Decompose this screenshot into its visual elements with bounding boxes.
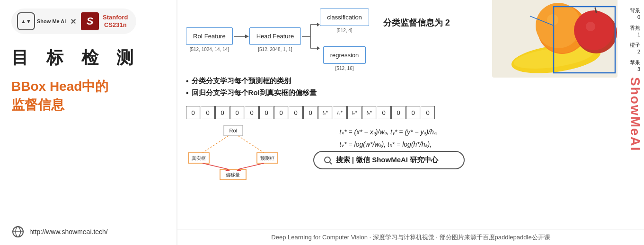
svg-text:预测框: 预测框 bbox=[260, 156, 274, 161]
enc-tx: tₓ* bbox=[318, 106, 332, 119]
svg-point-25 bbox=[325, 157, 330, 163]
main-title: 目 标 检 测 bbox=[11, 47, 165, 68]
enc-1-3: 0 bbox=[421, 106, 435, 119]
enc-0-6: 0 bbox=[274, 106, 288, 119]
arrow-icon bbox=[233, 32, 249, 41]
slide-content: RoI Feature [512, 1024, 14, 14] Head Fea… bbox=[177, 0, 644, 229]
enc-1-0: 0 bbox=[377, 106, 391, 119]
svg-text:真实框: 真实框 bbox=[192, 156, 206, 161]
svg-text:RoI: RoI bbox=[229, 128, 237, 133]
fruit-image-svg bbox=[492, 0, 618, 78]
bottom-footer: Deep Learning for Computer Vision · 深度学习… bbox=[177, 229, 644, 245]
logo-area: ▲▼ Show Me Al × S Stanford CS231n bbox=[11, 9, 136, 34]
enc-0-1: 0 bbox=[201, 106, 215, 119]
small-diagram-svg: RoI 真实框 预测框 偏移量 bbox=[186, 124, 281, 181]
subtitle: BBox Head中的 监督信息 bbox=[11, 77, 165, 114]
classification-box: classification bbox=[320, 9, 369, 26]
formula-line1: tₓ* = (x* − xₐ)/wₐ, tᵧ* = (y* − yₐ)/hₐ, bbox=[339, 128, 438, 136]
small-diagram: RoI 真实框 预测框 偏移量 bbox=[186, 124, 281, 181]
globe-icon bbox=[11, 225, 25, 238]
enc-0-2: 0 bbox=[215, 106, 229, 119]
showmeai-icon: ▲▼ bbox=[17, 12, 35, 30]
head-feature-block: Head Feature [512, 2048, 1, 1] bbox=[249, 27, 301, 52]
head-feature-dims: [512, 2048, 1, 1] bbox=[258, 47, 292, 52]
svg-point-35 bbox=[574, 10, 614, 50]
bottom-row: RoI 真实框 预测框 偏移量 bbox=[186, 122, 487, 181]
svg-line-21 bbox=[203, 163, 229, 169]
svg-line-20 bbox=[238, 136, 264, 153]
svg-line-22 bbox=[238, 163, 264, 169]
formula-line2: tᵥ* = log(w*/wₐ), tₕ* = log(h*/hₐ), bbox=[339, 140, 432, 148]
roi-feature-dims: [512, 1024, 14, 14] bbox=[190, 47, 229, 52]
enc-ty: tᵧ* bbox=[333, 106, 347, 119]
flow-row: RoI Feature [512, 1024, 14, 14] Head Fea… bbox=[186, 9, 369, 71]
classification-block: classification [512, 4] bbox=[320, 9, 369, 33]
left-panel: ▲▼ Show Me Al × S Stanford CS231n 目 标 检 … bbox=[0, 0, 177, 245]
stanford-label: Stanford CS231n bbox=[103, 14, 128, 28]
bullet-2: • 回归分支学习每个RoI到真实框的偏移量 bbox=[186, 88, 487, 97]
enc-tw: tᵥ* bbox=[347, 106, 362, 119]
enc-0-4: 0 bbox=[245, 106, 259, 119]
svg-line-37 bbox=[595, 8, 596, 12]
supervision-text: 分类监督信息为 2 bbox=[383, 17, 450, 28]
roi-feature-box: RoI Feature bbox=[186, 27, 233, 45]
svg-point-36 bbox=[586, 22, 595, 31]
footer-text: Deep Learning for Computer Vision · 深度学习… bbox=[271, 233, 550, 242]
website-row: http://www.showmeai.tech/ bbox=[11, 220, 165, 238]
head-feature-box: Head Feature bbox=[249, 27, 301, 45]
labels-column: 背景0 香蕉1 橙子2 苹果3 bbox=[630, 7, 640, 72]
svg-line-26 bbox=[330, 162, 332, 164]
roi-feature-block: RoI Feature [512, 1024, 14, 14] bbox=[186, 27, 233, 52]
enc-0-7: 0 bbox=[289, 106, 303, 119]
formula-search-area: tₓ* = (x* − xₐ)/wₐ, tᵧ* = (y* − yₐ)/hₐ, … bbox=[290, 122, 487, 169]
multiply-icon: × bbox=[71, 16, 76, 27]
fruit-area bbox=[492, 0, 618, 79]
bullets-area: • 分类分支学习每个预测框的类别 • 回归分支学习每个RoI到真实框的偏移量 bbox=[186, 77, 487, 100]
bullet-dot-1: • bbox=[186, 77, 189, 86]
search-text: 搜索 | 微信 ShowMeAI 研究中心 bbox=[336, 156, 439, 165]
branch-lines-icon bbox=[301, 13, 320, 60]
watermark-text: ShowMeAI bbox=[627, 77, 643, 152]
label-orange: 橙子2 bbox=[630, 42, 640, 55]
svg-point-32 bbox=[536, 3, 581, 48]
showmeai-logo: ▲▼ Show Me Al bbox=[17, 12, 66, 30]
search-bar[interactable]: 搜索 | 微信 ShowMeAI 研究中心 bbox=[313, 151, 465, 169]
svg-line-19 bbox=[203, 136, 229, 153]
svg-text:偏移量: 偏移量 bbox=[226, 172, 240, 177]
formula-block: tₓ* = (x* − xₐ)/wₐ, tᵧ* = (y* − yₐ)/hₐ, … bbox=[339, 124, 438, 151]
stanford-logo-area: S Stanford CS231n bbox=[81, 12, 128, 30]
enc-0-3: 0 bbox=[230, 106, 244, 119]
enc-th: tₕ* bbox=[362, 106, 376, 119]
enc-0-8: 0 bbox=[303, 106, 318, 119]
regression-box: regression bbox=[323, 46, 366, 64]
label-background: 背景0 bbox=[630, 7, 640, 21]
website-url[interactable]: http://www.showmeai.tech/ bbox=[29, 228, 108, 236]
flow-diagram-area: RoI Feature [512, 1024, 14, 14] Head Fea… bbox=[186, 9, 369, 71]
enc-0-5: 0 bbox=[259, 106, 273, 119]
regression-dims: [512, 16] bbox=[335, 66, 354, 71]
right-panel: RoI Feature [512, 1024, 14, 14] Head Fea… bbox=[177, 0, 644, 245]
encoding-row: 0 0 0 0 0 0 0 0 0 tₓ* tᵧ* tᵥ* tₕ* 0 bbox=[186, 106, 435, 119]
classification-dims: [512, 4] bbox=[336, 28, 352, 33]
arrow1 bbox=[233, 32, 249, 48]
search-icon bbox=[324, 156, 332, 165]
label-banana: 香蕉1 bbox=[630, 25, 640, 38]
bullet-dot-2: • bbox=[186, 89, 189, 97]
stanford-s-icon: S bbox=[81, 12, 99, 30]
bullet-1: • 分类分支学习每个预测框的类别 bbox=[186, 77, 487, 86]
enc-0-0: 0 bbox=[186, 106, 200, 119]
enc-1-2: 0 bbox=[406, 106, 420, 119]
regression-block: regression [512, 16] bbox=[320, 46, 369, 71]
output-boxes: classification [512, 4] regression [512,… bbox=[320, 9, 369, 71]
bullet-text-1: 分类分支学习每个预测框的类别 bbox=[192, 77, 291, 86]
enc-1-1: 0 bbox=[391, 106, 406, 119]
left-content: • 分类分支学习每个预测框的类别 • 回归分支学习每个RoI到真实框的偏移量 0… bbox=[186, 73, 487, 181]
bullet-text-2: 回归分支学习每个RoI到真实框的偏移量 bbox=[192, 88, 317, 97]
svg-marker-4 bbox=[245, 35, 249, 38]
label-apple: 苹果3 bbox=[630, 59, 640, 73]
onehot-area: 0 0 0 0 0 0 0 0 0 tₓ* tᵧ* tᵥ* tₕ* 0 bbox=[186, 103, 487, 122]
showmeai-text: Show Me Al bbox=[37, 18, 66, 24]
